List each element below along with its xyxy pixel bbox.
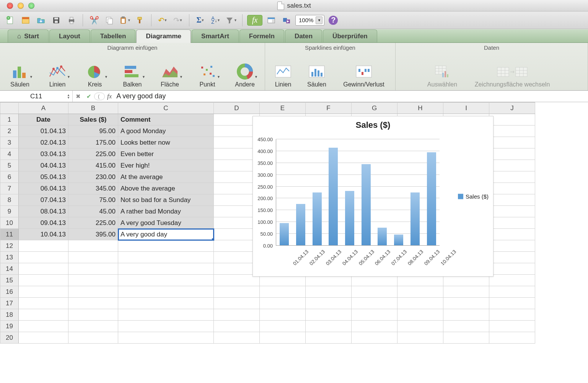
row-header[interactable]: 19: [0, 321, 19, 332]
row-header[interactable]: 18: [0, 309, 19, 321]
cell[interactable]: 415.00: [68, 160, 118, 171]
cell[interactable]: 345.00: [68, 183, 118, 194]
cell[interactable]: [489, 206, 535, 217]
insert-other-chart-button[interactable]: ▼Andere: [230, 64, 260, 88]
cell[interactable]: [19, 252, 68, 263]
cell[interactable]: 09.04.13: [19, 217, 68, 229]
cell[interactable]: Looks better now: [118, 137, 214, 148]
cell[interactable]: [260, 286, 306, 298]
cell[interactable]: [489, 332, 535, 344]
cell[interactable]: 95.00: [68, 125, 118, 137]
filter-button[interactable]: ▼: [225, 14, 238, 27]
cell[interactable]: Sales ($): [68, 114, 118, 125]
cell[interactable]: Date: [19, 114, 68, 125]
cell[interactable]: [489, 309, 535, 321]
cell[interactable]: [397, 286, 443, 298]
tab-home[interactable]: ⌂Start: [8, 29, 49, 42]
cell[interactable]: [443, 309, 489, 321]
cell[interactable]: [489, 148, 535, 160]
row-header[interactable]: 13: [0, 252, 19, 263]
row-header[interactable]: 14: [0, 263, 19, 275]
cell[interactable]: [489, 137, 535, 148]
worksheet[interactable]: A B C D E F G H I J 1DateSales ($)Commen…: [0, 102, 588, 344]
cell[interactable]: [118, 240, 214, 252]
cell[interactable]: 230.00: [68, 171, 118, 183]
column-header-A[interactable]: A: [19, 103, 68, 114]
cell[interactable]: [443, 286, 489, 298]
cell[interactable]: Above the average: [118, 183, 214, 194]
cell[interactable]: [68, 275, 118, 286]
cell[interactable]: [489, 183, 535, 194]
cell[interactable]: 45.00: [68, 206, 118, 217]
cancel-formula-button[interactable]: ✖: [73, 92, 83, 101]
cell[interactable]: [118, 286, 214, 298]
insert-bar-chart-button[interactable]: ▼Balken: [117, 64, 148, 88]
redo-button[interactable]: ↷▼: [171, 14, 184, 27]
zoom-dropdown-icon[interactable]: ▼: [316, 16, 323, 24]
cell[interactable]: A very good day: [118, 229, 214, 240]
autosum-button[interactable]: Σ▼: [194, 14, 207, 27]
tab-review[interactable]: Überprüfen: [323, 29, 377, 42]
cell[interactable]: [19, 332, 68, 344]
window-minimize-button[interactable]: [18, 3, 24, 9]
cell[interactable]: 10.04.13: [19, 229, 68, 240]
cell[interactable]: [443, 321, 489, 332]
sparkline-winloss-button[interactable]: Gewinn/Verlust: [337, 64, 391, 88]
row-header[interactable]: 7: [0, 183, 19, 194]
tab-smartart[interactable]: SmartArt: [192, 29, 239, 42]
cell[interactable]: [397, 321, 443, 332]
cell[interactable]: [260, 309, 306, 321]
window-zoom-button[interactable]: [28, 3, 34, 9]
cell[interactable]: [214, 298, 260, 309]
cell[interactable]: [352, 298, 397, 309]
column-header-B[interactable]: B: [68, 103, 118, 114]
cell[interactable]: 07.04.13: [19, 194, 68, 206]
cell[interactable]: [118, 309, 214, 321]
cell[interactable]: [19, 286, 68, 298]
insert-scatter-chart-button[interactable]: ▼Punkt: [192, 64, 223, 88]
column-header-G[interactable]: G: [352, 103, 397, 114]
cell[interactable]: [306, 286, 352, 298]
fx-label[interactable]: fx: [105, 93, 114, 100]
sparkline-column-button[interactable]: Säulen: [303, 64, 330, 88]
cell[interactable]: [489, 275, 535, 286]
cell[interactable]: [118, 275, 214, 286]
cell[interactable]: [68, 286, 118, 298]
column-header-C[interactable]: C: [118, 103, 214, 114]
cell[interactable]: [489, 229, 535, 240]
formula-input[interactable]: A very good day: [114, 92, 588, 100]
cell[interactable]: [306, 298, 352, 309]
print-button[interactable]: [65, 14, 78, 27]
cell[interactable]: Even better: [118, 148, 214, 160]
cell[interactable]: 08.04.13: [19, 206, 68, 217]
zoom-control[interactable]: 100% ▼: [295, 15, 324, 26]
cell[interactable]: [352, 309, 397, 321]
cell[interactable]: [68, 263, 118, 275]
cell[interactable]: [443, 332, 489, 344]
cell[interactable]: [306, 309, 352, 321]
cell[interactable]: [443, 298, 489, 309]
row-header[interactable]: 6: [0, 171, 19, 183]
cell[interactable]: 03.04.13: [19, 148, 68, 160]
tab-formulas[interactable]: Formeln: [239, 29, 284, 42]
cell[interactable]: [68, 298, 118, 309]
copy-button[interactable]: [103, 14, 116, 27]
cell[interactable]: [260, 332, 306, 344]
insert-line-chart-button[interactable]: ▼Linien: [42, 64, 73, 88]
accept-formula-button[interactable]: ✔: [83, 92, 94, 101]
cell[interactable]: [118, 263, 214, 275]
column-header-H[interactable]: H: [397, 103, 443, 114]
cell[interactable]: [489, 217, 535, 229]
cell[interactable]: [306, 321, 352, 332]
cell[interactable]: [19, 321, 68, 332]
row-header[interactable]: 4: [0, 148, 19, 160]
cell[interactable]: 01.04.13: [19, 125, 68, 137]
row-header[interactable]: 10: [0, 217, 19, 229]
cell[interactable]: [352, 332, 397, 344]
cell[interactable]: [214, 332, 260, 344]
cell[interactable]: [214, 286, 260, 298]
column-header-I[interactable]: I: [443, 103, 489, 114]
tab-charts[interactable]: Diagramme: [136, 29, 191, 43]
column-header-D[interactable]: D: [214, 103, 260, 114]
cell[interactable]: [68, 252, 118, 263]
